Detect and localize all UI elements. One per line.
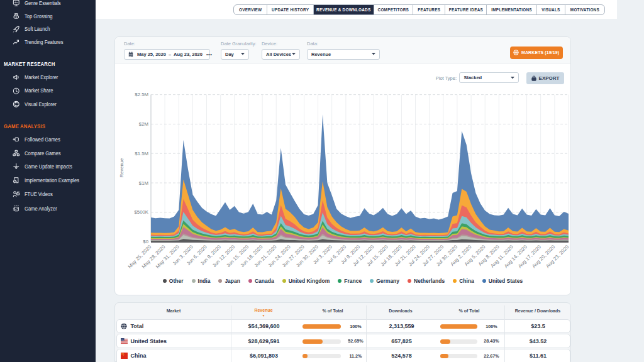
svg-text:Revenue: Revenue [119,158,125,177]
svg-text:$2M: $2M [139,121,148,127]
svg-text:$1M: $1M [139,180,148,186]
svg-text:$2.5M: $2.5M [135,92,148,97]
svg-text:$1.5M: $1.5M [135,151,148,156]
svg-text:$500K: $500K [134,209,148,215]
